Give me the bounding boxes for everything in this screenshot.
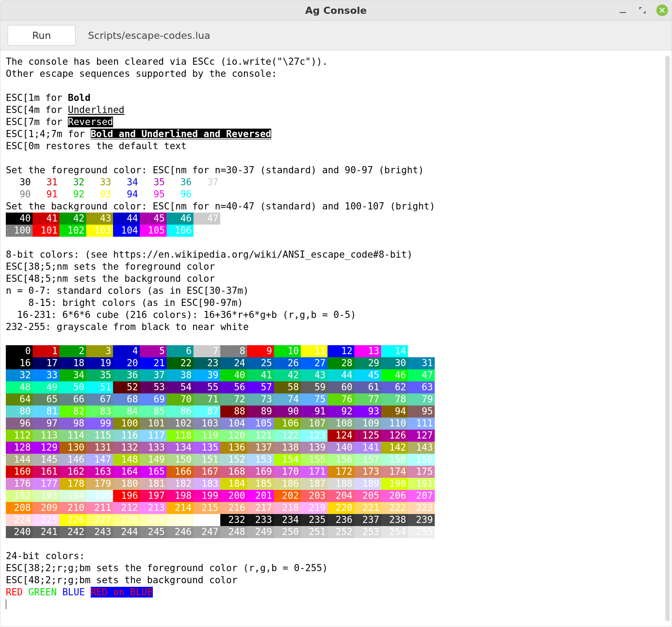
color-cell: 129 (33, 442, 59, 454)
color-cell: 58 (274, 381, 301, 393)
run-button[interactable]: Run (8, 25, 76, 46)
fg-swatch: 95 (140, 188, 167, 201)
color-cell: 114 (59, 430, 86, 442)
color-cell: 18 (59, 357, 86, 369)
color-cell: 103 (193, 418, 220, 430)
color-cell: 167 (193, 466, 220, 478)
color-cell: 53 (140, 381, 167, 393)
color-cell: 10 (274, 345, 301, 357)
bg-swatch: 46 (167, 213, 193, 225)
color-cell: 214 (167, 502, 193, 514)
color-cell: 115 (86, 430, 113, 442)
color-cell: 60 (328, 381, 354, 393)
color-cell: 173 (354, 466, 381, 478)
fg-swatch: 30 (6, 176, 33, 188)
color-cell: 225 (33, 514, 59, 526)
color-cell: 131 (86, 442, 113, 454)
color-cell: 44 (328, 369, 354, 381)
color-cell: 208 (6, 502, 33, 514)
green-text: GREEN (29, 587, 57, 598)
color-cell: 101 (140, 418, 167, 430)
fg-swatch: 91 (33, 188, 59, 201)
color-cell: 52 (113, 381, 140, 393)
color-cell: 125 (354, 430, 381, 442)
console-scrollbar[interactable] (665, 56, 670, 621)
underline-line: ESC[4m for Underlined (6, 104, 125, 115)
window-controls (617, 0, 668, 20)
color-cell: 155 (301, 454, 328, 466)
fg-swatch: 96 (167, 188, 193, 201)
color-cell: 158 (381, 454, 408, 466)
color-cell: 232 (220, 514, 247, 526)
color-cell: 99 (86, 418, 113, 430)
bg-swatch: 47 (193, 213, 220, 225)
color-cell: 176 (6, 478, 33, 490)
color-cell: 145 (33, 454, 59, 466)
bg-swatch: 107 (193, 225, 220, 237)
color-cell: 219 (301, 502, 328, 514)
color-cell: 222 (381, 502, 408, 514)
color-cell: 251 (301, 526, 328, 538)
color-cell: 47 (408, 369, 435, 381)
color-cell: 136 (220, 442, 247, 454)
color-cell: 124 (328, 430, 354, 442)
color-cell: 236 (328, 514, 354, 526)
color-cell: 55 (193, 381, 220, 393)
color-cell: 212 (113, 502, 140, 514)
color-cell: 1 (33, 345, 59, 357)
red-on-blue-text: RED on BLUE (91, 587, 153, 598)
close-button[interactable] (656, 4, 668, 16)
color-cell: 203 (301, 490, 328, 502)
color-cell: 113 (33, 430, 59, 442)
color-cell: 161 (33, 466, 59, 478)
color-cell: 188 (328, 478, 354, 490)
color-cell: 11 (301, 345, 328, 357)
fg-swatch: 92 (59, 188, 86, 201)
color-cell: 192 (6, 490, 33, 502)
color-cell: 197 (140, 490, 167, 502)
bg-swatch: 42 (59, 213, 86, 225)
bg-heading: Set the background color: ESC[nm for n=4… (6, 201, 435, 212)
color-cell: 171 (301, 466, 328, 478)
color-cell: 247 (193, 526, 220, 538)
color-cell: 137 (247, 442, 274, 454)
color-cell: 29 (354, 357, 381, 369)
color-cell: 244 (113, 526, 140, 538)
color-cell: 117 (140, 430, 167, 442)
color-cell: 33 (33, 369, 59, 381)
color-cell: 36 (113, 369, 140, 381)
eightbit-l3: ESC[48;5;nm sets the background color (6, 273, 215, 284)
bg-swatch: 40 (6, 213, 33, 225)
color-cell: 79 (408, 393, 435, 405)
color-cell: 63 (408, 381, 435, 393)
color-cell: 28 (328, 357, 354, 369)
minimize-button[interactable] (617, 4, 629, 16)
eightbit-l7: 232-255: grayscale from black to near wh… (6, 322, 249, 332)
maximize-button[interactable] (637, 4, 648, 16)
color-cell: 235 (301, 514, 328, 526)
color-cell: 150 (167, 454, 193, 466)
color-cell: 153 (247, 454, 274, 466)
color-cell: 81 (33, 405, 59, 418)
color-cell: 249 (247, 526, 274, 538)
color-cell: 169 (247, 466, 274, 478)
cursor-caret (6, 599, 6, 609)
color-cell: 102 (167, 418, 193, 430)
toolbar: Run Scripts/escape-codes.lua (0, 21, 672, 50)
color-cell: 12 (328, 345, 354, 357)
titlebar: Ag Console (0, 0, 672, 21)
color-cell: 57 (247, 381, 274, 393)
color-cell: 84 (113, 405, 140, 418)
color-cell: 72 (220, 393, 247, 405)
fg-swatch: 94 (113, 188, 140, 201)
color-cell: 42 (274, 369, 301, 381)
color-cell: 21 (140, 357, 167, 369)
color-cell: 191 (408, 478, 435, 490)
color-cell: 162 (59, 466, 86, 478)
color-cell: 13 (354, 345, 381, 357)
color-cell: 78 (381, 393, 408, 405)
color-cell: 73 (247, 393, 274, 405)
color-cell: 126 (381, 430, 408, 442)
color-cell: 95 (408, 405, 435, 418)
blue-text: BLUE (62, 587, 85, 598)
